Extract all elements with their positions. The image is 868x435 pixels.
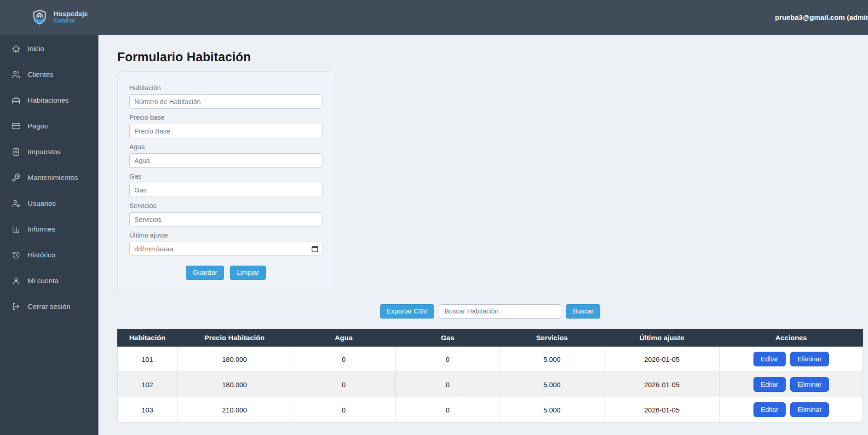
column-header: Agua bbox=[292, 330, 396, 347]
page-title: Formulario Habitación bbox=[117, 50, 868, 64]
servicios-input[interactable] bbox=[129, 212, 322, 226]
limpiar-button[interactable]: Limpiar bbox=[230, 266, 266, 280]
cell-agua: 0 bbox=[292, 347, 396, 372]
exportar-csv-button[interactable]: Exportar CSV bbox=[380, 304, 435, 319]
sidebar-item-habitaciones[interactable]: Habitaciones bbox=[0, 87, 98, 113]
sidebar-item-label: Inicio bbox=[28, 45, 44, 53]
logged-user-email: prueba3@gmail.com (admin) bbox=[775, 13, 868, 22]
sidebar-item-cerrar-sesion[interactable]: Cerrar sesión bbox=[0, 294, 98, 319]
sidebar-item-mi-cuenta[interactable]: Mi cuenta bbox=[0, 268, 98, 294]
column-header: Habitación bbox=[118, 330, 178, 347]
history-icon bbox=[11, 250, 21, 260]
cell-gas: 0 bbox=[396, 372, 500, 397]
cell-servicios: 5.000 bbox=[500, 372, 604, 397]
cell-precio: 180.000 bbox=[177, 347, 292, 372]
users-icon bbox=[11, 70, 21, 79]
cell-precio: 180.000 bbox=[177, 372, 292, 397]
cell-gas: 0 bbox=[396, 397, 500, 423]
credit-card-icon bbox=[11, 122, 21, 131]
cell-precio: 210.000 bbox=[177, 397, 292, 423]
main-content: Formulario Habitación HabitaciónPrecio b… bbox=[98, 35, 868, 435]
svg-text:$: $ bbox=[15, 150, 17, 154]
buscar-button[interactable]: Buscar bbox=[566, 304, 600, 319]
home-icon bbox=[11, 44, 21, 53]
field-habitacion: Habitación bbox=[129, 84, 322, 109]
sidebar-item-label: Habitaciones bbox=[28, 96, 69, 104]
eliminar-button[interactable]: Eliminar bbox=[790, 352, 829, 366]
brand-subname: Control bbox=[53, 17, 88, 24]
cell-ultimo_ajuste: 2026-01-05 bbox=[604, 397, 719, 423]
sidebar-item-usuarios[interactable]: Usuarios bbox=[0, 191, 98, 216]
agua-input[interactable] bbox=[129, 153, 322, 168]
agua-label: Agua bbox=[129, 143, 322, 151]
sidebar-item-inicio[interactable]: Inicio bbox=[0, 36, 98, 62]
sidebar-item-label: Impuestos bbox=[28, 148, 61, 156]
sidebar-item-label: Mantenimientos bbox=[28, 174, 78, 182]
gas-input[interactable] bbox=[129, 183, 322, 197]
buscar-habitacion-input[interactable] bbox=[439, 304, 561, 319]
column-header: Último ajuste bbox=[604, 330, 719, 347]
form-buttons: Guardar Limpiar bbox=[129, 266, 322, 280]
editar-button[interactable]: Editar bbox=[753, 377, 786, 392]
ultimo-ajuste-label: Último ajuste bbox=[129, 232, 322, 239]
sidebar-item-label: Pagos bbox=[28, 122, 48, 130]
user-gear-icon bbox=[11, 199, 21, 208]
calendar-icon[interactable] bbox=[311, 245, 318, 252]
habitacion-input[interactable] bbox=[129, 94, 322, 109]
precio-base-input[interactable] bbox=[129, 124, 322, 138]
table-row: 103210.000005.0002026-01-05EditarElimina… bbox=[118, 397, 863, 423]
sidebar-item-label: Informes bbox=[28, 225, 55, 233]
cell-acciones: EditarEliminar bbox=[719, 372, 862, 397]
column-header: Gas bbox=[396, 330, 500, 347]
cell-servicios: 5.000 bbox=[500, 347, 604, 372]
room-form-card: HabitaciónPrecio baseAguaGasServiciosÚlt… bbox=[117, 71, 334, 291]
wrench-icon bbox=[11, 173, 21, 182]
cell-habitacion: 102 bbox=[118, 372, 178, 397]
table-header-row: HabitaciónPrecio HabitaciónAguaGasServic… bbox=[118, 330, 863, 347]
ultimo-ajuste-input[interactable] bbox=[129, 242, 322, 256]
logout-icon bbox=[11, 302, 21, 311]
field-gas: Gas bbox=[129, 173, 322, 197]
table-row: 102180.000005.0002026-01-05EditarElimina… bbox=[118, 372, 863, 397]
eliminar-button[interactable]: Eliminar bbox=[790, 377, 829, 392]
habitaciones-table: HabitaciónPrecio HabitaciónAguaGasServic… bbox=[117, 329, 863, 423]
cell-agua: 0 bbox=[292, 397, 396, 423]
field-agua: Agua bbox=[129, 143, 322, 168]
sidebar-item-informes[interactable]: Informes bbox=[0, 216, 98, 242]
cell-habitacion: 103 bbox=[118, 397, 178, 423]
sidebar-nav: InicioClientesHabitacionesPagos$Impuesto… bbox=[0, 35, 98, 435]
table-row: 101180.000005.0002026-01-05EditarElimina… bbox=[118, 347, 863, 372]
precio-base-label: Precio base bbox=[129, 114, 322, 122]
sidebar-item-mantenimientos[interactable]: Mantenimientos bbox=[0, 165, 98, 191]
cell-acciones: EditarEliminar bbox=[719, 347, 862, 372]
field-precio-base: Precio base bbox=[129, 114, 322, 138]
room-form-fields: HabitaciónPrecio baseAguaGasServiciosÚlt… bbox=[129, 84, 322, 256]
cell-ultimo_ajuste: 2026-01-05 bbox=[604, 372, 719, 397]
editar-button[interactable]: Editar bbox=[753, 352, 786, 366]
cell-ultimo_ajuste: 2026-01-05 bbox=[604, 347, 719, 372]
table-toolbar: Exportar CSV Buscar bbox=[117, 304, 863, 319]
sidebar-item-pagos[interactable]: Pagos bbox=[0, 113, 98, 139]
guardar-button[interactable]: Guardar bbox=[186, 266, 224, 280]
sidebar-item-label: Cerrar sesión bbox=[28, 302, 70, 311]
brand: Hospedaje Control bbox=[30, 8, 88, 27]
user-icon bbox=[11, 276, 21, 285]
bed-icon bbox=[11, 96, 21, 105]
sidebar-item-clientes[interactable]: Clientes bbox=[0, 62, 98, 87]
eliminar-button[interactable]: Eliminar bbox=[790, 402, 829, 417]
cell-agua: 0 bbox=[292, 372, 396, 397]
sidebar-item-historico[interactable]: Histórico bbox=[0, 242, 98, 268]
column-header: Acciones bbox=[719, 330, 862, 347]
editar-button[interactable]: Editar bbox=[753, 402, 786, 417]
column-header: Precio Habitación bbox=[177, 330, 292, 347]
habitacion-label: Habitación bbox=[129, 84, 322, 92]
dollar-receipt-icon: $ bbox=[11, 147, 21, 157]
sidebar-item-label: Usuarios bbox=[28, 199, 56, 208]
table-body: 101180.000005.0002026-01-05EditarElimina… bbox=[118, 347, 863, 423]
sidebar-item-impuestos[interactable]: $Impuestos bbox=[0, 139, 98, 165]
sidebar-item-label: Mi cuenta bbox=[28, 277, 58, 285]
sidebar-item-label: Clientes bbox=[28, 70, 53, 79]
field-ultimo-ajuste: Último ajuste bbox=[129, 232, 322, 256]
top-navbar: Hospedaje Control prueba3@gmail.com (adm… bbox=[0, 0, 868, 35]
cell-acciones: EditarEliminar bbox=[719, 397, 862, 423]
